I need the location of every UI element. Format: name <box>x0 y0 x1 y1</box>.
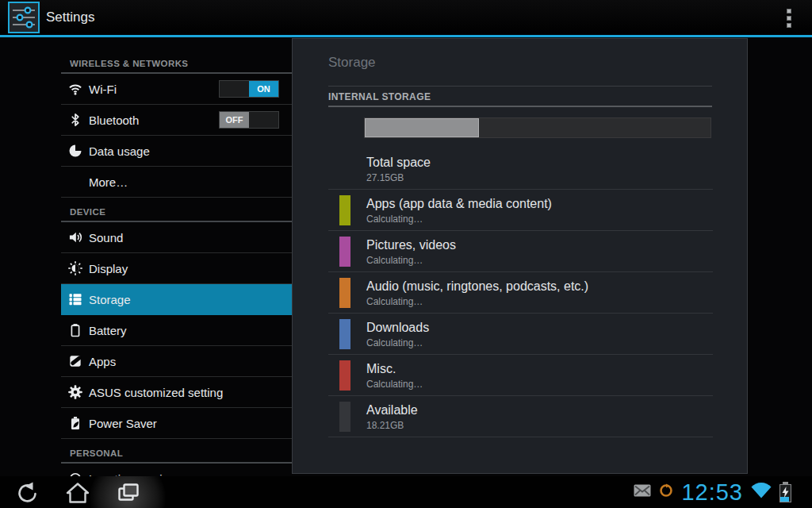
row-subtitle: 18.21GB <box>366 420 713 431</box>
page-title: Settings <box>46 0 94 35</box>
action-bar: Settings <box>0 0 812 35</box>
row-title: Downloads <box>366 320 713 335</box>
tablet-screen: Settings WIRELESS & NETWORKS <box>0 0 812 508</box>
sidebar-item-label: Display <box>89 262 128 275</box>
overflow-dot <box>787 9 791 13</box>
lightning-bolt-icon <box>782 487 789 501</box>
section-header-label: PERSONAL <box>70 448 123 458</box>
row-subtitle: Calculating… <box>366 379 713 390</box>
sidebar-item-label: Storage <box>89 293 131 306</box>
list-item-pictures-videos: Pictures, videos Calculating… <box>328 231 713 272</box>
list-item-audio: Audio (music, ringtones, podcasts, etc.)… <box>328 272 713 314</box>
section-header-device: DEVICE <box>61 198 292 222</box>
sidebar-item-apps[interactable]: Apps <box>61 346 292 377</box>
overflow-menu-icon[interactable] <box>787 9 793 28</box>
pictures-color-swatch <box>339 237 350 267</box>
sidebar-item-location-services[interactable]: Location services <box>61 464 292 476</box>
list-item-downloads: Downloads Calculating… <box>328 314 713 355</box>
sidebar-item-label: Battery <box>89 324 127 337</box>
sidebar-item-asus-customized-setting[interactable]: ASUS customized setting <box>61 377 292 408</box>
row-subtitle: Calculating… <box>366 255 713 266</box>
storage-icon <box>67 291 83 307</box>
battery-icon <box>67 322 83 338</box>
sidebar-item-wifi[interactable]: Wi-Fi ON <box>61 74 292 105</box>
available-color-swatch <box>339 402 350 432</box>
apps-icon <box>67 353 83 369</box>
row-subtitle: Calculating… <box>366 337 713 348</box>
row-title: Available <box>366 402 713 418</box>
downloads-color-swatch <box>339 319 350 349</box>
storage-usage-fill <box>365 118 479 137</box>
sound-icon <box>67 229 83 245</box>
sidebar-item-bluetooth[interactable]: Bluetooth OFF <box>61 105 292 136</box>
row-subtitle: 27.15GB <box>366 172 713 183</box>
wifi-toggle[interactable]: ON <box>219 80 279 98</box>
back-button[interactable] <box>14 482 40 503</box>
sidebar-item-sound[interactable]: Sound <box>61 222 292 253</box>
sidebar-item-label: Data usage <box>89 144 150 158</box>
sidebar-item-label: ASUS customized setting <box>89 386 223 399</box>
settings-sliders-icon[interactable] <box>8 2 40 33</box>
sidebar-item-display[interactable]: Display <box>61 253 292 284</box>
overflow-dot <box>787 16 791 21</box>
list-item-available: Available 18.21GB <box>328 396 713 437</box>
recent-apps-button[interactable] <box>116 482 141 503</box>
sidebar-item-storage[interactable]: Storage <box>61 284 292 315</box>
row-title: Audio (music, ringtones, podcasts, etc.) <box>366 279 713 294</box>
toggle-knob: OFF <box>220 112 249 128</box>
row-subtitle: Calculating… <box>366 214 713 225</box>
sidebar-item-data-usage[interactable]: Data usage <box>61 136 292 167</box>
sidebar-item-label: Sound <box>89 231 123 244</box>
sidebar-item-label: Apps <box>89 355 116 368</box>
wifi-status-icon <box>751 483 772 502</box>
gmail-icon <box>634 484 651 500</box>
status-clock: 12:53 <box>681 476 743 508</box>
home-button[interactable] <box>65 482 90 503</box>
sidebar-item-battery[interactable]: Battery <box>61 315 292 346</box>
sidebar-item-power-saver[interactable]: Power Saver <box>61 408 292 439</box>
bluetooth-icon <box>67 112 83 128</box>
content-area: WIRELESS & NETWORKS Wi-Fi ON <box>0 37 812 476</box>
sidebar-item-more[interactable]: More… <box>61 167 292 198</box>
sync-icon <box>659 483 673 501</box>
row-subtitle: Calculating… <box>366 296 713 307</box>
gear-icon <box>67 384 83 400</box>
row-title: Total space <box>366 155 713 170</box>
storage-usage-bar <box>364 117 711 138</box>
power-saver-icon <box>67 415 83 431</box>
divider <box>328 106 712 107</box>
row-title: Pictures, videos <box>366 237 713 252</box>
toggle-track <box>220 81 249 97</box>
row-title: Misc. <box>366 361 713 376</box>
sidebar-item-label: More… <box>89 175 128 189</box>
divider <box>328 86 712 87</box>
display-icon <box>67 260 83 276</box>
toggle-track <box>249 112 278 128</box>
overflow-dot <box>787 23 791 28</box>
wifi-icon <box>67 81 83 97</box>
list-item-apps: Apps (app data & media content) Calculat… <box>328 190 713 231</box>
section-header-label: DEVICE <box>70 207 105 217</box>
status-tray[interactable]: 12:53 <box>634 476 791 508</box>
apps-color-swatch <box>339 195 350 225</box>
row-title: Apps (app data & media content) <box>366 196 713 211</box>
audio-color-swatch <box>339 278 350 308</box>
section-header-personal: PERSONAL <box>61 439 292 464</box>
internal-storage-header: INTERNAL STORAGE <box>328 91 431 102</box>
section-header-wireless: WIRELESS & NETWORKS <box>61 37 292 74</box>
toggle-knob: ON <box>249 81 278 97</box>
system-navigation-bar: 12:53 <box>0 476 812 508</box>
sidebar-item-label: Power Saver <box>89 417 157 430</box>
bluetooth-toggle[interactable]: OFF <box>219 111 279 129</box>
settings-sidebar: WIRELESS & NETWORKS Wi-Fi ON <box>61 37 292 476</box>
list-item-total-space: Total space 27.15GB <box>328 148 713 190</box>
data-usage-icon <box>67 143 83 159</box>
battery-charging-icon <box>779 482 791 502</box>
storage-breakdown-list: Total space 27.15GB Apps (app data & med… <box>293 148 749 437</box>
misc-color-swatch <box>339 360 350 391</box>
sidebar-item-label: Bluetooth <box>89 114 139 127</box>
panel-title: Storage <box>328 55 376 71</box>
location-icon <box>67 471 83 476</box>
section-header-label: WIRELESS & NETWORKS <box>70 59 188 68</box>
list-item-misc: Misc. Calculating… <box>328 355 713 396</box>
